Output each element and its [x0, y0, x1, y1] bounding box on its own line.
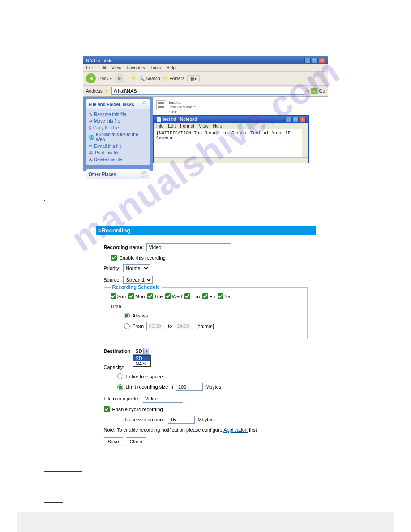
explorer-sidebar: File and Folder Tasks ⌃ ✎Rename this fil… — [83, 97, 153, 171]
up-icon[interactable]: 📁 — [131, 76, 137, 81]
sidebar-item[interactable]: ✎Rename this file — [89, 111, 147, 118]
cyclic-checkbox[interactable] — [104, 406, 110, 412]
days-row: Sun Mon Tue Wed Thu Fri Sat — [111, 293, 301, 299]
sidebar-item[interactable]: ✕Delete this file — [89, 156, 147, 163]
day-fri[interactable]: Fri — [202, 293, 215, 299]
chevron-down-icon: ▼ — [143, 348, 149, 354]
folder-icon: 📁 — [163, 76, 168, 81]
time-from-input[interactable] — [146, 322, 165, 330]
notepad-window: 📄 test.txt - Notepad _ □ × File Edit For… — [153, 115, 309, 163]
doc-underline-4 — [44, 497, 63, 503]
maximize-icon[interactable]: □ — [312, 58, 318, 63]
np-menu-edit[interactable]: Edit — [168, 124, 176, 129]
day-sun[interactable]: Sun — [111, 293, 126, 299]
dropdown-icon[interactable]: ▾ — [307, 89, 309, 94]
enable-recording-checkbox[interactable] — [111, 255, 117, 261]
email-icon: ✉ — [89, 144, 92, 149]
forward-icon[interactable]: ► — [115, 73, 124, 83]
limit-size-input[interactable] — [176, 383, 203, 391]
reserved-input[interactable] — [168, 416, 195, 424]
notepad-titlebar[interactable]: 📄 test.txt - Notepad _ □ × — [154, 116, 308, 123]
file-type: Text Document — [169, 105, 196, 109]
sidebar-item[interactable]: 🌐Publish this file to the Web — [89, 131, 147, 143]
day-sat[interactable]: Sat — [218, 293, 232, 299]
day-wed[interactable]: Wed — [165, 293, 182, 299]
notepad-statusbar — [154, 157, 308, 163]
close-button[interactable]: Close — [126, 437, 146, 446]
go-label[interactable]: Go — [319, 89, 325, 94]
folders-button[interactable]: 📁Folders — [163, 76, 184, 81]
other-places-header[interactable]: Other Places ⌃ — [86, 169, 150, 179]
day-mon[interactable]: Mon — [128, 293, 145, 299]
priority-select[interactable]: Normal — [123, 264, 150, 272]
prefix-input[interactable] — [143, 395, 183, 403]
time-to-input[interactable] — [175, 322, 193, 330]
dest-option-nas[interactable]: NAS — [133, 361, 150, 366]
cyclic-label: Enable cyclic recording — [112, 407, 163, 412]
destination-select[interactable]: SD▼ SD NAS — [133, 348, 150, 355]
menu-view[interactable]: View — [111, 65, 121, 70]
explorer-file-pane[interactable]: test.txt Text Document 1 KB 📄 test.txt -… — [153, 97, 328, 171]
np-menu-view[interactable]: View — [199, 124, 209, 129]
time-to-label: to — [168, 323, 172, 329]
file-item[interactable]: test.txt Text Document 1 KB — [156, 100, 324, 114]
file-size: 1 KB — [169, 110, 196, 114]
time-from-radio[interactable] — [124, 323, 130, 329]
source-select[interactable]: Stream1 — [123, 276, 153, 284]
close-icon[interactable]: × — [300, 117, 306, 122]
menu-help[interactable]: Help — [166, 65, 176, 70]
menu-file[interactable]: File — [86, 65, 93, 70]
tasks-header[interactable]: File and Folder Tasks ⌃ — [86, 99, 150, 109]
views-icon[interactable]: ▦▾ — [187, 75, 200, 82]
np-menu-file[interactable]: File — [156, 124, 163, 129]
go-icon[interactable]: → — [311, 88, 317, 94]
day-tue[interactable]: Tue — [147, 293, 163, 299]
collapse-icon[interactable]: ⌃ — [141, 171, 147, 177]
application-link[interactable]: Application — [223, 427, 248, 433]
reserved-label: Reserved amount: — [125, 417, 166, 422]
doc-underline-2 — [44, 466, 82, 472]
notepad-textarea[interactable]: [NOTIFICATION]The Result of Server Test … — [154, 129, 308, 157]
np-menu-format[interactable]: Format — [180, 124, 194, 129]
capacity-label: Capacity: — [104, 365, 124, 370]
sidebar-item[interactable]: 🖶Print this file — [89, 150, 147, 156]
priority-label: Priority: — [104, 266, 120, 271]
limit-size-radio[interactable] — [117, 384, 123, 390]
search-icon: 🔍 — [139, 76, 145, 81]
limit-size-label: Limit recording size in — [126, 384, 173, 390]
schedule-fieldset: Recording Schedule Sun Mon Tue Wed Thu F… — [104, 287, 308, 339]
explorer-menubar[interactable]: File Edit View Favorites Tools Help — [83, 64, 328, 72]
search-button[interactable]: 🔍Search — [139, 76, 160, 81]
sidebar-item[interactable]: ✉E-mail this file — [89, 143, 147, 150]
address-input[interactable] — [111, 87, 305, 95]
file-meta: test.txt Text Document 1 KB — [169, 100, 196, 114]
back-button[interactable]: Back ▾ — [98, 76, 112, 81]
entire-space-radio[interactable] — [117, 373, 123, 379]
menu-favorites[interactable]: Favorites — [127, 65, 145, 70]
rec-name-input[interactable] — [146, 243, 231, 251]
enable-recording-label: Enable this recording — [120, 255, 166, 261]
dest-option-sd[interactable]: SD — [133, 356, 150, 361]
limit-size-unit: Mbytes — [206, 384, 221, 390]
move-icon: ➔ — [89, 119, 92, 124]
recording-heading: >Recording — [96, 226, 316, 235]
time-always-radio[interactable] — [124, 313, 130, 318]
explorer-titlebar[interactable]: NAS on ritali _ □ × — [83, 56, 328, 64]
day-thu[interactable]: Thu — [184, 293, 200, 299]
collapse-icon[interactable]: ⌃ — [141, 101, 147, 107]
menu-edit[interactable]: Edit — [98, 65, 106, 70]
minimize-icon[interactable]: _ — [304, 58, 311, 63]
sidebar-item[interactable]: ⎘Copy this file — [89, 124, 147, 131]
destination-dropdown[interactable]: SD NAS — [133, 355, 151, 367]
close-icon[interactable]: × — [319, 58, 325, 63]
address-bar: Address 📁 ▾ → Go — [83, 86, 328, 97]
np-menu-help[interactable]: Help — [213, 124, 223, 129]
back-icon[interactable]: ◄ — [86, 73, 96, 83]
delete-icon: ✕ — [89, 157, 92, 162]
notepad-menubar[interactable]: File Edit Format View Help — [154, 123, 308, 129]
menu-tools[interactable]: Tools — [150, 65, 161, 70]
sidebar-item[interactable]: ➔Move this file — [89, 118, 147, 124]
minimize-icon[interactable]: _ — [285, 117, 291, 122]
save-button[interactable]: Save — [104, 437, 123, 446]
maximize-icon[interactable]: □ — [292, 117, 299, 122]
